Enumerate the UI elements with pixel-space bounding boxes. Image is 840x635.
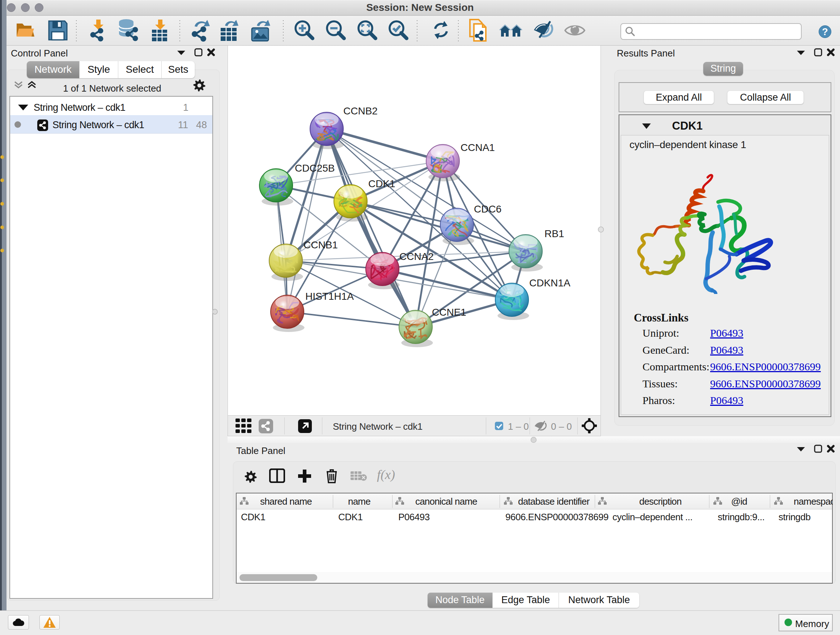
svg-text:CDC6: CDC6: [474, 203, 501, 215]
svg-text:RB1: RB1: [545, 228, 564, 239]
svg-text:CCNA1: CCNA1: [461, 142, 495, 153]
svg-text:CDKN1A: CDKN1A: [529, 277, 570, 288]
svg-text:CDC25B: CDC25B: [295, 163, 335, 174]
svg-text:CCNB2: CCNB2: [343, 105, 378, 117]
svg-text:CCNA2: CCNA2: [399, 251, 434, 262]
svg-text:CCNE1: CCNE1: [432, 307, 466, 318]
svg-text:CCNB1: CCNB1: [303, 239, 338, 250]
svg-text:HIST1H1A: HIST1H1A: [305, 291, 354, 302]
svg-text:CDK1: CDK1: [368, 178, 395, 189]
